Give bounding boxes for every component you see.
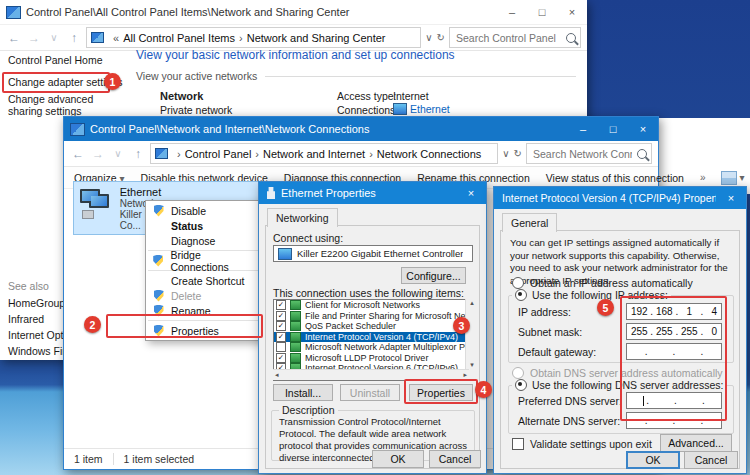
- sidebar-control-panel-home[interactable]: Control Panel Home: [8, 54, 103, 66]
- sharing-icon: [290, 311, 301, 321]
- ok-button[interactable]: OK: [626, 451, 680, 469]
- tab-networking[interactable]: Networking: [267, 208, 338, 227]
- crumb-collapse-icon[interactable]: «: [113, 32, 119, 44]
- preferred-dns-label: Preferred DNS server:: [518, 395, 622, 407]
- adapter-icon: [278, 248, 292, 260]
- toolbar-view-status[interactable]: View status of this connection: [546, 172, 684, 184]
- minimize-button[interactable]: –: [497, 0, 527, 24]
- window2-searchbox[interactable]: [526, 143, 652, 164]
- list-vertical-scrollbar[interactable]: ▴ ▾: [465, 299, 478, 369]
- ethernet-link-label[interactable]: Ethernet: [410, 103, 450, 115]
- close-button[interactable]: ×: [557, 0, 587, 24]
- menu-item-bridge-connections[interactable]: Bridge Connections: [146, 253, 264, 268]
- minimize-button[interactable]: –: [568, 117, 598, 141]
- menu-item-delete[interactable]: Delete: [146, 288, 264, 303]
- maximize-button[interactable]: □: [598, 117, 628, 141]
- checkbox[interactable]: ✓: [276, 311, 286, 321]
- close-button[interactable]: ×: [628, 117, 658, 141]
- maximize-button[interactable]: □: [527, 0, 557, 24]
- annotation-badge-2: 2: [84, 316, 101, 333]
- advanced-button[interactable]: Advanced...: [660, 434, 732, 452]
- list-item-ipv4[interactable]: ✓Internet Protocol Version 4 (TCP/IPv4): [274, 332, 466, 343]
- control-panel-icon: [6, 6, 21, 19]
- window2-titlebar: Control Panel\Network and Internet\Netwo…: [64, 117, 658, 141]
- sidebar-change-advanced-sharing[interactable]: Change advanced sharing settings: [8, 93, 120, 117]
- install-button[interactable]: Install...: [273, 384, 333, 401]
- recent-pages-icon[interactable]: ∨: [46, 32, 62, 43]
- list-item[interactable]: ✓QoS Packet Scheduler: [274, 321, 466, 332]
- checkbox-icon[interactable]: [512, 438, 524, 450]
- adapter-field: Killer E2200 Gigabit Ethernet Controller: [273, 245, 473, 262]
- checkbox[interactable]: ✓: [276, 353, 286, 363]
- page-title: View your basic network information and …: [136, 48, 455, 62]
- validate-checkbox[interactable]: Validate settings upon exit: [512, 438, 652, 450]
- crumb-nsc[interactable]: Network and Sharing Center: [247, 32, 386, 44]
- radio-icon[interactable]: [515, 379, 527, 391]
- checkbox[interactable]: [276, 342, 286, 352]
- refresh-icon[interactable]: ↻: [437, 32, 445, 43]
- menu-item-create-shortcut[interactable]: Create Shortcut: [146, 273, 264, 288]
- sidebar-item-infrared[interactable]: Infrared: [8, 313, 44, 325]
- radio-icon[interactable]: [515, 289, 527, 301]
- scroll-right-icon[interactable]: ▸: [463, 371, 467, 379]
- tile-name: Ethernet: [120, 186, 262, 198]
- cancel-button[interactable]: Cancel: [684, 451, 738, 469]
- adapter-name: Killer E2200 Gigabit Ethernet Controller: [297, 248, 463, 259]
- list-item[interactable]: ✓Client for Microsoft Networks: [274, 300, 466, 311]
- uac-shield-icon: [154, 205, 164, 217]
- status-item-count: 1 item: [74, 453, 103, 465]
- search-input[interactable]: [454, 31, 563, 45]
- protocol-icon: [290, 332, 301, 342]
- crumb-separator-icon: ›: [239, 32, 243, 44]
- menu-item-disable[interactable]: Disable: [146, 203, 264, 218]
- ok-button[interactable]: OK: [372, 450, 424, 468]
- window2-breadcrumb[interactable]: › Control Panel › Network and Internet ›…: [150, 143, 498, 164]
- address-dropdown-icon[interactable]: ∨: [502, 148, 509, 159]
- window1-title: Control Panel\All Control Panel Items\Ne…: [26, 6, 497, 18]
- crumb-network-internet[interactable]: Network and Internet: [263, 148, 365, 160]
- connections-label: Connections:: [337, 104, 398, 116]
- crumb-separator-icon: ›: [177, 148, 181, 160]
- radio-obtain-ip[interactable]: Obtain an IP address automatically: [512, 277, 693, 289]
- back-icon[interactable]: ←: [70, 147, 86, 161]
- search-input[interactable]: [531, 147, 634, 161]
- tab-general[interactable]: General: [502, 213, 557, 232]
- crumb-control-panel[interactable]: Control Panel: [185, 148, 252, 160]
- cancel-button[interactable]: Cancel: [429, 450, 481, 468]
- toolbar-overflow-icon[interactable]: »: [700, 172, 706, 183]
- window1-breadcrumb[interactable]: « All Control Panel Items › Network and …: [86, 27, 421, 48]
- scroll-left-icon[interactable]: ◂: [275, 371, 279, 379]
- recent-pages-icon[interactable]: ∨: [110, 148, 126, 159]
- back-icon[interactable]: ←: [6, 31, 22, 45]
- checkbox[interactable]: ✓: [276, 321, 286, 331]
- close-icon[interactable]: ×: [716, 187, 746, 209]
- annotation-box-properties-menu: [106, 314, 263, 338]
- menu-item-status[interactable]: Status: [146, 218, 264, 233]
- scroll-up-icon[interactable]: ▴: [470, 299, 474, 307]
- up-icon[interactable]: ↑: [66, 31, 82, 45]
- up-icon[interactable]: ↑: [130, 147, 146, 161]
- list-item[interactable]: ✓Microsoft LLDP Protocol Driver: [274, 353, 466, 364]
- uac-shield-icon: [153, 255, 163, 267]
- window1-searchbox[interactable]: [449, 27, 581, 48]
- scroll-down-icon[interactable]: ▾: [470, 361, 474, 369]
- list-item[interactable]: ✓File and Printer Sharing for Microsoft …: [274, 311, 466, 322]
- search-icon: [566, 33, 576, 43]
- configure-button[interactable]: Configure...: [401, 267, 466, 284]
- checkbox[interactable]: ✓: [276, 332, 286, 342]
- refresh-icon[interactable]: ↻: [514, 148, 522, 159]
- list-item[interactable]: Microsoft Network Adapter Multiplexor Pr…: [274, 342, 466, 353]
- radio-icon[interactable]: [512, 277, 524, 289]
- forward-icon[interactable]: →: [90, 147, 106, 161]
- address-dropdown-icon[interactable]: ∨: [425, 32, 432, 43]
- crumb-all-items[interactable]: All Control Panel Items: [123, 32, 235, 44]
- checkbox[interactable]: ✓: [276, 300, 286, 310]
- forward-icon[interactable]: →: [26, 31, 42, 45]
- sidebar-item-homegroup[interactable]: HomeGroup: [8, 297, 65, 309]
- ethernet-link[interactable]: Ethernet: [393, 103, 450, 115]
- ethernet-plug-icon: [267, 187, 275, 199]
- view-mode-button[interactable]: ▾: [721, 171, 744, 185]
- close-icon[interactable]: ×: [456, 182, 486, 204]
- menu-item-diagnose[interactable]: Diagnose: [146, 233, 264, 248]
- crumb-network-connections[interactable]: Network Connections: [377, 148, 482, 160]
